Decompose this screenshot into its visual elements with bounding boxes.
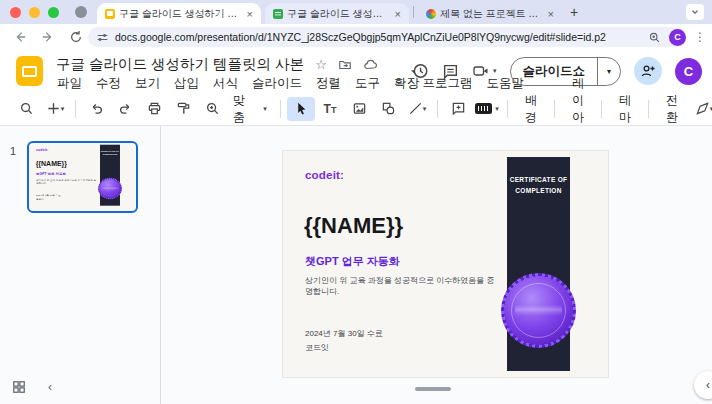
slide-canvas: codeit: CERTIFICATE OF COMPLETION {{NAME… xyxy=(161,126,712,404)
insert-line-tool[interactable]: ▾ xyxy=(403,97,431,121)
tab-search-button[interactable] xyxy=(686,4,704,20)
forward-icon[interactable] xyxy=(36,27,60,47)
menu-slide[interactable]: 슬라이드 xyxy=(245,75,309,92)
new-tab-button[interactable]: + xyxy=(562,5,586,19)
zoom-window-button[interactable] xyxy=(48,7,59,18)
keyboard-icon xyxy=(475,103,492,114)
docs-header: 구글 슬라이드 생성하기 템플릿의 사본 ☆ 파일 수정 보기 삽입 서식 슬라… xyxy=(0,50,712,92)
cert-statement[interactable]: 상기인이 위 교육 과정을 성공적으로 이수하였음을 증명합니다. xyxy=(305,275,500,297)
account-avatar[interactable]: C xyxy=(675,58,702,85)
menu-tools[interactable]: 도구 xyxy=(348,75,387,92)
share-button[interactable] xyxy=(634,57,662,85)
mini-cert-name: {{NAME}} xyxy=(36,161,67,168)
new-slide-button[interactable]: ▾ xyxy=(41,97,69,121)
horizontal-scrollbar[interactable] xyxy=(415,387,451,391)
camera-icon xyxy=(472,63,490,79)
cert-logo[interactable]: codeit: xyxy=(305,169,344,181)
tab-label: 구글 슬라이드 생성하기 템플릿의 사본 xyxy=(119,7,241,21)
reload-icon[interactable] xyxy=(64,27,88,47)
menu-view[interactable]: 보기 xyxy=(128,75,167,92)
cert-date[interactable]: 2024년 7월 30일 수료 xyxy=(305,328,383,339)
close-tab-icon[interactable]: × xyxy=(245,8,255,20)
mini-cert-course: 챗GPT 업무 자동화 xyxy=(36,172,66,176)
profile-avatar[interactable]: C xyxy=(669,29,686,46)
pen-tool[interactable]: ▾ xyxy=(690,97,712,121)
slide-number: 1 xyxy=(10,145,16,157)
side-panel-toggle-button[interactable]: ‹ xyxy=(694,371,712,399)
cloud-status-icon[interactable] xyxy=(363,58,378,72)
fit-zoom-caret-icon[interactable]: ▾ xyxy=(256,97,274,121)
zoom-icon[interactable] xyxy=(198,97,226,121)
zoom-page-icon[interactable] xyxy=(648,31,661,44)
undo-icon[interactable] xyxy=(82,97,110,121)
browser-menu-icon[interactable]: ⋮ xyxy=(694,30,706,44)
input-tools-button[interactable]: ▾ xyxy=(473,97,501,121)
insert-comment-tool[interactable] xyxy=(444,97,472,121)
background-button[interactable]: 배경 xyxy=(514,97,548,121)
pinned-tab-icon[interactable] xyxy=(75,6,87,18)
url-text[interactable]: docs.google.com/presentation/d/1NYZC_j28… xyxy=(115,31,642,43)
tab-slides[interactable]: 구글 슬라이드 생성하기 템플릿의 사본 × xyxy=(97,3,261,24)
cert-org[interactable]: 코드잇 xyxy=(305,342,329,353)
star-document-icon[interactable]: ☆ xyxy=(315,57,327,72)
menu-file[interactable]: 파일 xyxy=(50,75,89,92)
mini-cert-logo: codeit: xyxy=(36,148,48,151)
document-title[interactable]: 구글 슬라이드 생성하기 템플릿의 사본 xyxy=(56,55,304,74)
line-options-icon[interactable]: ▾ xyxy=(423,105,427,113)
input-tools-caret-icon[interactable]: ▾ xyxy=(495,105,499,113)
tab-apps-script[interactable]: 제목 없는 프로젝트 - 프로젝트 편집기 × xyxy=(418,3,562,24)
select-tool[interactable] xyxy=(287,97,315,121)
tab-sheets[interactable]: 구글 슬라이드 생성하기 명단의 사본 × xyxy=(265,3,409,24)
close-tab-icon[interactable]: × xyxy=(393,8,403,20)
cert-seal[interactable] xyxy=(501,273,576,348)
comments-icon[interactable] xyxy=(442,63,459,80)
insert-image-tool[interactable] xyxy=(345,97,373,121)
slides-toolbar: ▾ 맞춤 ▾ TT xyxy=(0,92,712,126)
fit-zoom-select[interactable]: 맞춤 xyxy=(227,97,255,121)
grid-view-icon[interactable] xyxy=(12,380,26,394)
slideshow-options-icon[interactable]: ▾ xyxy=(598,67,620,76)
slideshow-button[interactable]: 슬라이드쇼 ▾ xyxy=(510,57,622,86)
menu-edit[interactable]: 수정 xyxy=(89,75,128,92)
mini-cert-org: 코드잇 xyxy=(36,197,44,200)
meet-button[interactable]: ▾ xyxy=(472,63,497,79)
person-add-icon xyxy=(640,63,656,79)
filmstrip-panel: 1 codeit: CERTIFICATE OF COMPLETION {{NA… xyxy=(0,126,161,404)
close-tab-icon[interactable]: × xyxy=(546,8,556,20)
close-window-button[interactable] xyxy=(10,7,21,18)
text-box-tool[interactable]: TT xyxy=(316,97,344,121)
theme-button[interactable]: 테마 xyxy=(608,97,642,121)
apps-script-favicon-icon xyxy=(426,9,436,19)
redo-icon[interactable] xyxy=(111,97,139,121)
new-slide-options-icon[interactable]: ▾ xyxy=(61,105,65,113)
address-bar[interactable]: docs.google.com/presentation/d/1NYZC_j28… xyxy=(88,27,686,47)
cert-name-placeholder[interactable]: {{NAME}} xyxy=(304,213,403,239)
site-settings-icon[interactable] xyxy=(96,31,109,44)
sheets-favicon-icon xyxy=(273,9,283,19)
browser-window: 구글 슬라이드 생성하기 템플릿의 사본 × 구글 슬라이드 생성하기 명단의 … xyxy=(0,0,712,404)
menu-format[interactable]: 서식 xyxy=(206,75,245,92)
insert-shape-tool[interactable] xyxy=(374,97,402,121)
layout-button[interactable]: 레이아웃 xyxy=(561,97,595,121)
tab-label: 구글 슬라이드 생성하기 명단의 사본 xyxy=(287,7,389,21)
browser-navbar: docs.google.com/presentation/d/1NYZC_j28… xyxy=(0,24,712,50)
cert-course-title[interactable]: 챗GPT 업무 자동화 xyxy=(305,254,400,269)
chevron-down-icon: ▾ xyxy=(493,67,497,75)
slides-app-icon[interactable] xyxy=(16,56,43,86)
back-icon[interactable] xyxy=(8,27,32,47)
move-folder-icon[interactable] xyxy=(338,58,352,72)
mini-cert-date: 2024년 7월 30일 수료 xyxy=(36,193,61,196)
print-icon[interactable] xyxy=(140,97,168,121)
version-history-icon[interactable] xyxy=(411,62,429,80)
paint-format-icon[interactable] xyxy=(169,97,197,121)
mini-cert-seal xyxy=(98,178,122,199)
slide-page[interactable]: codeit: CERTIFICATE OF COMPLETION {{NAME… xyxy=(283,151,608,377)
minimize-window-button[interactable] xyxy=(29,7,40,18)
search-menus-icon[interactable] xyxy=(12,97,40,121)
menu-arrange[interactable]: 정렬 xyxy=(309,75,348,92)
menu-insert[interactable]: 삽입 xyxy=(167,75,206,92)
window-controls xyxy=(0,7,69,18)
collapse-filmstrip-icon[interactable]: ‹ xyxy=(48,380,52,394)
transition-button[interactable]: 전환 xyxy=(655,97,689,121)
slide-thumbnail[interactable]: codeit: CERTIFICATE OF COMPLETION {{NAME… xyxy=(27,141,138,213)
